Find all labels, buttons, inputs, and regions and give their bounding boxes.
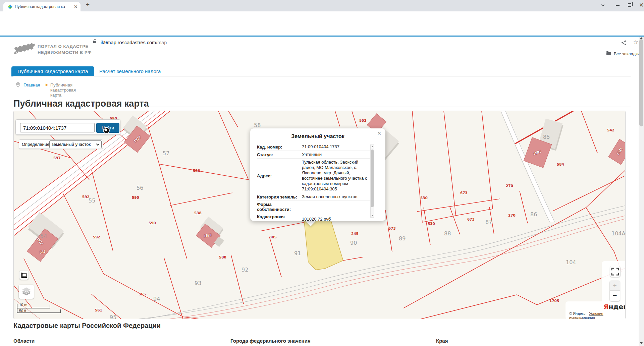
page-scrollbar[interactable] (639, 37, 644, 346)
mouse-cursor (104, 128, 109, 133)
chevron-down-icon (96, 142, 100, 146)
portal-logo-icon (13, 42, 36, 56)
parcel-label: 552 (359, 118, 367, 122)
window-restore-button[interactable] (628, 3, 631, 7)
zoom-out-button[interactable]: − (610, 291, 620, 301)
popup-row: Категория земель:Земли населенных пункто… (257, 193, 370, 201)
parcel-label: 270 (508, 213, 516, 217)
object-type-value: земельный участок (52, 142, 91, 147)
layers-icon (19, 285, 34, 299)
bookmarks-bar: Все закладки (0, 24, 644, 36)
popup-row-value: 71:09:010404:1737 (302, 144, 368, 150)
site-nav-tabs: Публичная кадастровая карта Расчет земел… (0, 66, 644, 76)
lock-icon[interactable] (93, 41, 96, 43)
browser-tab-strip: Публичная кадастровая ка ✕ + ✕ (0, 0, 644, 11)
parcel-label: 55 (89, 197, 95, 204)
popup-scroll-up-icon[interactable] (371, 146, 373, 147)
parcel-label: 592 (93, 235, 100, 239)
site-top-accent (0, 36, 644, 37)
parcel-label: 54 (40, 233, 47, 239)
scrollbar-thumb[interactable] (639, 39, 643, 126)
location-pin-icon (16, 82, 20, 88)
popup-row-value: - (302, 204, 368, 210)
popup-row: Адрес:Тульская область, Заокский район, … (257, 159, 370, 193)
layers-button[interactable] (19, 285, 34, 299)
parcel-label: 92 (241, 267, 248, 273)
parcel-label: 91 (294, 250, 301, 256)
parcel-label: 86 (530, 211, 537, 218)
popup-scroll-thumb[interactable] (371, 150, 374, 207)
parcel-label: 56 (137, 185, 143, 191)
popup-scroll-down-icon[interactable] (371, 215, 373, 216)
parcel-label: 555 (139, 292, 146, 296)
footer-column-heading: Области (13, 338, 35, 344)
popup-row-label: Статус: (257, 152, 302, 157)
parcel-label: 93 (195, 280, 201, 286)
footer-column-heading: Края (436, 338, 448, 344)
parcel-label: 88 (444, 230, 451, 237)
measure-ruler-button[interactable] (19, 271, 29, 280)
parcel-label: 104А (611, 230, 625, 237)
popup-attributes-table: Кад. номер:71:09:010404:1737Статус:Учтен… (257, 143, 370, 221)
parcel-label: 590 (132, 195, 139, 199)
parcel-label: 542 (607, 128, 614, 132)
window-close-button[interactable]: ✕ (639, 2, 644, 9)
parcel-label: 104 (566, 259, 576, 266)
popup-row-value: Земли населенных пунктов (302, 194, 368, 199)
site-favicon-icon (8, 4, 12, 9)
object-type-select[interactable]: земельный участок (49, 140, 102, 148)
bookmark-star-icon[interactable]: ☆ (633, 39, 638, 46)
popup-scrollbar[interactable] (370, 145, 374, 218)
popup-close-icon[interactable]: ✕ (377, 130, 381, 136)
tab-close-icon[interactable]: ✕ (74, 4, 78, 9)
popup-row: Кадастровая стоимость:181020.72 руб (257, 213, 370, 221)
popup-row-value: Учтенный (302, 152, 368, 157)
popup-row: Статус:Учтенный (257, 151, 370, 159)
parcel-label: 89 (399, 235, 406, 242)
ruler-icon (19, 271, 29, 280)
search-input[interactable] (20, 123, 95, 132)
tab-land-tax-calc[interactable]: Расчет земельного налога (99, 68, 161, 74)
parcel-label: 245 (351, 232, 359, 236)
parcel-label: 580 (219, 255, 226, 259)
breadcrumb-home-link[interactable]: Главная (23, 82, 40, 88)
footer-column-heading: Города федерального значения (230, 338, 311, 344)
bookmarks-divider (602, 51, 602, 57)
parcel-label: 584 (557, 162, 564, 166)
parcel-label: 270 (506, 184, 513, 188)
parcel-info-popup: Земельный участок ✕ Кад. номер:71:09:010… (250, 128, 385, 221)
zoom-in-button[interactable]: + (610, 281, 620, 291)
parcel-label: 1705 (549, 299, 559, 303)
new-tab-button[interactable]: + (86, 1, 90, 8)
scrollbar-down-icon[interactable] (640, 342, 643, 344)
copyright-text: © Яндекс (569, 311, 585, 315)
all-bookmarks-button[interactable]: Все закладки (614, 52, 640, 56)
parcel-label: 85 (543, 134, 550, 140)
parcel-label: 561 (95, 308, 102, 312)
parcel-label: 94 (153, 296, 160, 302)
window-minimize-button[interactable] (616, 5, 620, 6)
share-icon[interactable] (621, 40, 626, 45)
map-canvas[interactable]: 5505975525385905925385905925805555613052… (13, 111, 626, 319)
yandex-logo: Яндекс (603, 303, 626, 311)
scrollbar-up-icon[interactable] (640, 37, 643, 39)
portal-logo-line1: ПОРТАЛ О КАДАСТРЕ (38, 44, 89, 49)
fullscreen-icon (610, 266, 620, 277)
parcel-label: 538 (193, 169, 200, 173)
breadcrumb-current: Публичная кадастровая карта (50, 82, 76, 98)
tab-public-cadastral-map[interactable]: Публичная кадастровая карта (11, 66, 94, 76)
popup-row-label: Форма собственности: (257, 202, 302, 212)
popup-row-label: Кадастровая стоимость: (257, 214, 302, 221)
popup-row-label: Категория земель: (257, 194, 302, 199)
filter-label: Определение: (22, 142, 51, 147)
tab-search-chevron-icon[interactable] (601, 3, 604, 6)
parcel-label: 305 (269, 235, 277, 239)
parcel-label: 530 (420, 196, 428, 200)
tab-title: Публичная кадастровая ка (15, 4, 72, 10)
breadcrumb-arrow-icon: ▶ (46, 83, 48, 86)
fullscreen-button[interactable] (610, 266, 620, 277)
parcel-label: 573 (388, 226, 396, 230)
portal-logo-line2: НЕДВИЖИМОСТИ В РФ (38, 50, 92, 55)
title-divider (13, 107, 631, 107)
browser-tab[interactable]: Публичная кадастровая ка ✕ (3, 2, 80, 11)
